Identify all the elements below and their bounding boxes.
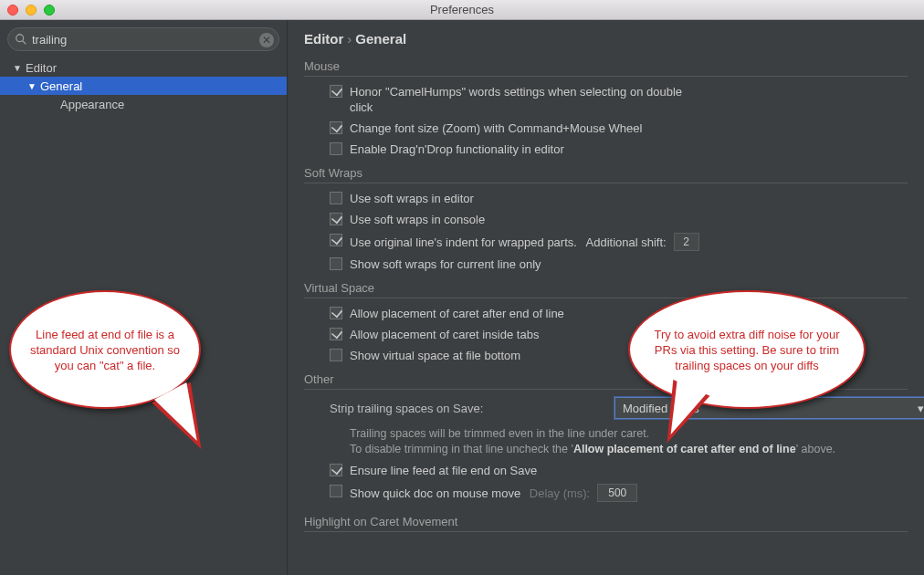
search-icon — [15, 33, 27, 46]
main-panel: Editor›General Mouse Honor "CamelHumps" … — [288, 20, 924, 575]
divider — [304, 298, 908, 298]
checkbox-softwraps-console[interactable] — [330, 213, 342, 225]
text: To disable trimming in that line uncheck… — [350, 443, 573, 455]
checkbox-softwraps-currentline[interactable] — [330, 257, 342, 270]
checkbox-label: Honor "CamelHumps" words settings when s… — [350, 84, 697, 115]
chevron-down-icon: ▾ — [913, 402, 924, 415]
divider — [304, 531, 908, 532]
settings-tree: ▼Editor ▼General Appearance — [0, 57, 287, 113]
text: Show quick doc on mouse move — [350, 486, 520, 500]
checkbox-dragdrop[interactable] — [330, 142, 342, 155]
checkbox-label: Ensure line feed at file end on Save — [350, 463, 537, 478]
additional-shift-input[interactable] — [674, 233, 699, 251]
checkbox-label: Allow placement of caret inside tabs — [350, 327, 539, 342]
strip-hint: Trailing spaces will be trimmed even in … — [304, 426, 908, 457]
sidebar: ✕ ▼Editor ▼General Appearance — [0, 20, 288, 575]
checkbox-ensure-lf[interactable] — [330, 464, 342, 476]
strip-trailing-select[interactable]: Modified Lines ▾ — [614, 397, 924, 419]
text: Allow placement of caret after end of li… — [573, 443, 796, 455]
text: Trailing spaces will be trimmed even in … — [350, 427, 649, 440]
delay-label: Delay (ms): — [530, 486, 590, 501]
section-softwraps: Soft Wraps — [304, 166, 908, 180]
checkbox-label: Show soft wraps for current line only — [350, 256, 541, 272]
section-other: Other — [304, 372, 908, 386]
breadcrumb-part: Editor — [304, 31, 343, 47]
text: ' above. — [796, 443, 835, 455]
checkbox-label: Change font size (Zoom) with Command+Mou… — [350, 120, 642, 136]
section-virtual: Virtual Space — [304, 281, 908, 295]
additional-shift-label: Additional shift: — [586, 235, 667, 250]
section-highlight: Highlight on Caret Movement — [304, 515, 908, 528]
checkbox-label: Enable Drag'n'Drop functionality in edit… — [350, 141, 564, 157]
breadcrumb: Editor›General — [304, 31, 908, 47]
strip-trailing-label: Strip trailing spaces on Save: — [330, 402, 604, 415]
delay-input — [597, 484, 637, 502]
checkbox-zoom[interactable] — [330, 121, 342, 134]
checkbox-caret-eol[interactable] — [330, 307, 342, 319]
svg-line-1 — [23, 41, 26, 45]
tree-item-general[interactable]: ▼General — [0, 77, 287, 95]
divider — [304, 76, 908, 77]
section-mouse: Mouse — [304, 59, 908, 73]
tree-label: General — [40, 79, 82, 93]
titlebar: Preferences — [0, 0, 924, 20]
tree-item-editor[interactable]: ▼Editor — [0, 58, 287, 77]
checkbox-label: Allow placement of caret after end of li… — [350, 306, 564, 321]
tree-label: Editor — [26, 61, 57, 75]
checkbox-label: Use soft wraps in console — [350, 212, 485, 227]
tree-item-appearance[interactable]: Appearance — [0, 95, 287, 113]
window-title: Preferences — [0, 3, 924, 16]
checkbox-label: Show quick doc on mouse move Delay (ms): — [350, 484, 637, 502]
checkbox-label: Show virtual space at file bottom — [350, 348, 520, 363]
search-field[interactable]: ✕ — [7, 27, 279, 51]
checkbox-virtual-bottom[interactable] — [330, 349, 342, 361]
checkbox-label: Use soft wraps in editor — [350, 191, 474, 206]
breadcrumb-part: General — [355, 31, 406, 47]
clear-search-icon[interactable]: ✕ — [259, 33, 274, 47]
checkbox-camelhumps[interactable] — [330, 85, 342, 98]
checkbox-softwraps-editor[interactable] — [330, 192, 342, 204]
search-input[interactable] — [32, 33, 255, 47]
divider — [304, 183, 908, 183]
checkbox-original-indent[interactable] — [330, 234, 342, 246]
select-value: Modified Lines — [623, 402, 699, 415]
divider — [304, 389, 908, 390]
checkbox-label: Use original line's indent for wrapped p… — [350, 233, 699, 251]
checkbox-caret-tabs[interactable] — [330, 328, 342, 340]
checkbox-quickdoc[interactable] — [330, 485, 342, 497]
svg-point-0 — [16, 35, 24, 42]
tree-label: Appearance — [60, 98, 124, 111]
text: Use original line's indent for wrapped p… — [350, 235, 577, 249]
